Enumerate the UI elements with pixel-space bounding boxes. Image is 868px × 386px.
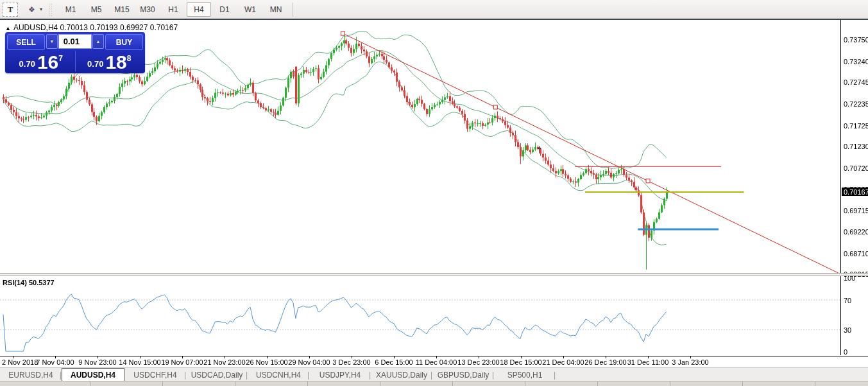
chart-title: ▲AUDUSD,H4 0.70013 0.70193 0.69927 0.701… bbox=[5, 23, 178, 32]
chart-tab-usdchf[interactable]: USDCHF,H4| bbox=[124, 368, 186, 382]
price-axis[interactable]: 0.737500.732400.727450.722350.717250.712… bbox=[840, 20, 868, 355]
tab-scroll-strip[interactable] bbox=[0, 381, 868, 386]
time-axis-label: 9 Nov 23:00 bbox=[78, 358, 116, 366]
timeframe-button-m5[interactable]: M5 bbox=[84, 2, 108, 17]
text-tool-icon[interactable]: T bbox=[3, 3, 18, 17]
sell-button[interactable]: SELL bbox=[7, 34, 45, 50]
price-axis-label: 0.69715 bbox=[844, 207, 868, 215]
time-axis-label: 6 Dec 15:00 bbox=[375, 358, 413, 366]
dagger-marker[interactable]: † bbox=[538, 145, 542, 154]
rsi-axis-label: 30 bbox=[844, 326, 851, 334]
timeframe-button-m1[interactable]: M1 bbox=[58, 2, 83, 17]
trendline-handle[interactable] bbox=[493, 105, 497, 109]
time-axis-label: 13 Dec 23:00 bbox=[457, 358, 499, 366]
sell-price-main: 16 bbox=[37, 54, 58, 71]
scroll-strip-tick bbox=[670, 382, 670, 386]
one-click-trade-panel: SELL ▼ 0.01 ▲ BUY 0.70 16 7 0.70 18 8 bbox=[5, 32, 145, 73]
timeframe-button-mn[interactable]: MN bbox=[264, 2, 288, 17]
tab-separator: | bbox=[554, 371, 556, 380]
volume-decrease-button[interactable]: ▼ bbox=[46, 34, 58, 49]
trendline-handle[interactable] bbox=[341, 31, 345, 35]
time-axis-label: 7 Nov 04:00 bbox=[36, 358, 74, 366]
scroll-strip-tick bbox=[815, 382, 815, 386]
scroll-strip-tick bbox=[742, 382, 743, 386]
timeframe-button-m15[interactable]: M15 bbox=[110, 2, 134, 17]
volume-increase-button[interactable]: ▲ bbox=[92, 34, 104, 49]
mt4-window: T ❖ ▾ M1M5M15M30H1H4D1W1MN † ▲AUDUSD,H4 … bbox=[0, 0, 868, 386]
price-axis-label: 0.71230 bbox=[844, 143, 868, 150]
timeframe-button-h4[interactable]: H4 bbox=[187, 2, 211, 17]
buy-price-pipette: 8 bbox=[127, 54, 132, 63]
time-axis-label: 26 Nov 15:00 bbox=[246, 358, 287, 366]
time-axis-label: 21 Nov 23:00 bbox=[203, 358, 245, 366]
time-axis-label: 2 Nov 2018 bbox=[2, 358, 38, 366]
price-axis-label: 0.73240 bbox=[844, 58, 868, 66]
time-axis-label: 26 Dec 19:00 bbox=[584, 358, 626, 366]
buy-button[interactable]: BUY bbox=[105, 34, 143, 50]
rsi-axis-label: 70 bbox=[844, 297, 851, 304]
toolbar-separator bbox=[293, 3, 293, 17]
toolbar: T ❖ ▾ M1M5M15M30H1H4D1W1MN bbox=[0, 0, 868, 19]
buy-price-tile[interactable]: 0.70 18 8 bbox=[76, 51, 144, 71]
chart-tab-gbpusd[interactable]: GBPUSD,Daily| bbox=[432, 368, 494, 382]
time-axis-label: 14 Nov 15:00 bbox=[119, 358, 160, 366]
price-axis-label: 0.71725 bbox=[844, 122, 868, 130]
time-axis-label: 11 Dec 04:00 bbox=[416, 358, 457, 366]
price-axis-label: 0.69220 bbox=[844, 228, 868, 236]
timeframe-button-h1[interactable]: H1 bbox=[161, 2, 185, 17]
scroll-strip-tick bbox=[235, 382, 235, 386]
chart-tab-usdcnh[interactable]: USDCNH,H4| bbox=[248, 368, 309, 382]
current-price-box: 0.70167 bbox=[842, 188, 868, 196]
scroll-strip-tick bbox=[307, 382, 308, 386]
scroll-strip-tick bbox=[525, 382, 525, 386]
time-axis-label: 21 Dec 04:00 bbox=[542, 358, 584, 366]
time-axis-label: 31 Dec 11:00 bbox=[627, 358, 669, 366]
scroll-strip-tick bbox=[380, 382, 380, 386]
time-axis-label: 3 Jan 23:00 bbox=[672, 358, 709, 366]
scroll-strip-tick bbox=[452, 382, 453, 386]
timeframe-button-w1[interactable]: W1 bbox=[238, 2, 262, 17]
chart-region: † ▲AUDUSD,H4 0.70013 0.70193 0.69927 0.7… bbox=[0, 20, 868, 386]
rsi-axis-label: 0 bbox=[844, 348, 847, 356]
chart-tab-xauusd[interactable]: XAUUSD,Daily| bbox=[371, 368, 432, 382]
scroll-strip-tick bbox=[597, 382, 598, 386]
timeframe-buttons: M1M5M15M30H1H4D1W1MN bbox=[58, 2, 289, 17]
chart-tab-usdcad[interactable]: USDCAD,Daily| bbox=[186, 368, 248, 382]
scroll-strip-tick bbox=[90, 382, 90, 386]
time-axis[interactable]: 2 Nov 20187 Nov 04:009 Nov 23:0014 Nov 1… bbox=[0, 356, 868, 368]
symbol-triangle-icon: ▲ bbox=[5, 25, 11, 31]
chart-tab-bar: EURUSD,H4|AUDUSD,H4USDCHF,H4|USDCAD,Dail… bbox=[0, 367, 868, 382]
price-axis-label: 0.68710 bbox=[844, 250, 868, 258]
panel-splitter[interactable] bbox=[0, 273, 868, 276]
sell-price-tile[interactable]: 0.70 16 7 bbox=[7, 51, 76, 71]
chart-title-text: AUDUSD,H4 0.70013 0.70193 0.69927 0.7016… bbox=[13, 23, 178, 32]
descending-trendline[interactable] bbox=[343, 33, 840, 274]
chart-tab-usdjpy[interactable]: USDJPY,H4| bbox=[309, 368, 371, 382]
arrows-tool-icon[interactable]: ❖ bbox=[24, 3, 38, 16]
price-axis-label: 0.72745 bbox=[844, 78, 868, 86]
time-axis-label: 18 Dec 15:00 bbox=[500, 358, 541, 366]
chart-tab-sp500[interactable]: SP500,H1| bbox=[494, 368, 556, 382]
sell-price-prefix: 0.70 bbox=[19, 59, 35, 69]
price-axis-label: 0.72235 bbox=[844, 100, 868, 108]
rsi-indicator-label: RSI(14) 50.5377 bbox=[3, 279, 55, 286]
price-axis-label: 0.73750 bbox=[844, 36, 868, 44]
price-axis-label: 0.70720 bbox=[844, 164, 868, 172]
toolbar-grip[interactable] bbox=[49, 3, 53, 16]
time-axis-label: 29 Nov 04:00 bbox=[288, 358, 330, 366]
timeframe-button-d1[interactable]: D1 bbox=[212, 2, 237, 17]
sell-price-pipette: 7 bbox=[58, 54, 63, 63]
scroll-strip-tick bbox=[162, 382, 163, 386]
timeframe-button-m30[interactable]: M30 bbox=[135, 2, 160, 17]
time-axis-label: 19 Nov 07:00 bbox=[161, 358, 203, 366]
chart-tab-eurusd[interactable]: EURUSD,H4| bbox=[0, 368, 62, 382]
time-axis-label: 3 Dec 23:00 bbox=[332, 358, 370, 366]
buy-price-prefix: 0.70 bbox=[87, 59, 103, 69]
arrows-dropdown-caret[interactable]: ▾ bbox=[40, 6, 42, 12]
buy-price-main: 18 bbox=[105, 54, 126, 71]
trendline-handle[interactable] bbox=[646, 179, 650, 183]
volume-input[interactable]: 0.01 bbox=[58, 34, 92, 49]
chart-tab-audusd[interactable]: AUDUSD,H4 bbox=[62, 368, 124, 382]
